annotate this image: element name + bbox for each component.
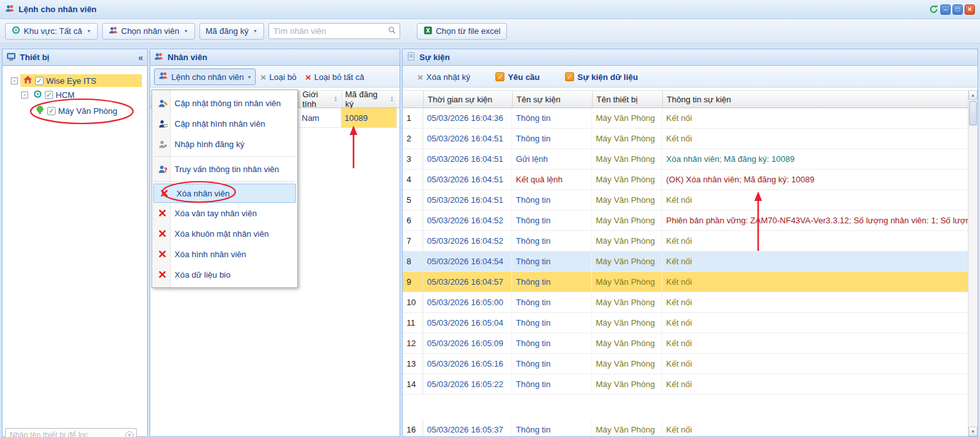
user-photo-icon	[156, 119, 169, 129]
tree-node-label: Máy Văn Phòng	[58, 106, 118, 116]
event-time-cell: 05/03/2026 16:04:52	[423, 211, 512, 230]
event-row[interactable]: 505/03/2026 16:04:51Thông tinMáy Văn Phò…	[403, 190, 968, 211]
checkbox-checked-icon[interactable]: ✓	[565, 72, 574, 81]
employee-command-button[interactable]: Lệnh cho nhân viên ▼	[154, 68, 256, 85]
event-info-cell: Kết nối	[662, 251, 968, 271]
clear-filter-icon[interactable]: ×	[125, 431, 134, 437]
events-panel-title: Sự kiện	[419, 52, 450, 62]
close-button[interactable]: ×	[965, 4, 975, 15]
column-header-reg-code[interactable]: Mã đăng ký ▲▼	[341, 91, 398, 107]
checkbox-checked-icon[interactable]: ✓	[495, 72, 504, 81]
menu-item[interactable]: Xóa nhân viên	[153, 184, 296, 203]
event-row[interactable]: 1405/03/2026 16:05:22Thông tinMáy Văn Ph…	[403, 374, 968, 395]
menu-item[interactable]: Cập nhật thông tin nhân viên	[152, 93, 297, 113]
search-field-selector-button[interactable]: Mã đăng ký ▼	[199, 23, 264, 40]
device-filter-input[interactable]	[8, 430, 125, 437]
tree-checkbox-checked[interactable]: ✓	[45, 91, 53, 99]
people-icon	[5, 4, 15, 15]
employee-command-menu: Cập nhật thông tin nhân viênCập nhật hìn…	[152, 90, 298, 288]
menu-item[interactable]: Xóa hình nhân viên	[152, 244, 297, 264]
event-time-cell: 05/03/2026 16:05:22	[423, 374, 512, 394]
select-employee-button[interactable]: Chọn nhân viên ▼	[102, 23, 195, 40]
menu-item[interactable]: Nhập hình đăng ký	[152, 134, 297, 154]
event-number-cell: 8	[403, 251, 423, 271]
scroll-up-button[interactable]: ▲	[968, 90, 977, 100]
menu-item-label: Xóa vân tay nhân viên	[175, 209, 257, 218]
event-row[interactable]: 905/03/2026 16:04:57Thông tinMáy Văn Phò…	[403, 272, 968, 292]
tree-node[interactable]: -✓HCM	[3, 88, 147, 102]
event-time-cell: 05/03/2026 16:04:57	[423, 272, 512, 292]
menu-item[interactable]: Cập nhật hình nhân viên	[152, 113, 297, 134]
event-device-cell: Máy Văn Phòng	[592, 149, 662, 169]
tree-node-content[interactable]: ✓Máy Văn Phòng	[33, 104, 120, 117]
column-header[interactable]: Tên sự kiện	[512, 91, 592, 107]
excel-import-button[interactable]: X Chọn từ file excel	[417, 23, 507, 40]
area-filter-button[interactable]: Khu vực: Tất cả ▼	[5, 23, 98, 40]
collapse-panel-button[interactable]: «	[138, 52, 143, 63]
column-header[interactable]: Thời gian sự kiện	[423, 91, 512, 107]
menu-item-label: Truy vấn thông tin nhân viên	[175, 164, 279, 174]
event-info-cell: Xóa nhân viên; Mã đăng ký: 10089	[662, 149, 968, 169]
remove-button[interactable]: × Loại bỏ	[256, 70, 300, 84]
event-device-cell: Máy Văn Phòng	[592, 108, 662, 128]
event-row[interactable]: 805/03/2026 16:04:54Thông tinMáy Văn Phò…	[403, 251, 968, 272]
menu-item[interactable]: Xóa khuôn mặt nhân viên	[152, 223, 297, 244]
event-number-cell: 4	[403, 170, 423, 189]
tree-checkbox-checked[interactable]: ✓	[35, 77, 43, 85]
chevron-down-icon: ▼	[184, 29, 189, 33]
request-checkbox[interactable]: ✓ Yêu cầu	[491, 70, 544, 84]
tree-checkbox-checked[interactable]: ✓	[47, 107, 56, 115]
tree-expander-icon[interactable]: -	[21, 91, 28, 99]
event-row[interactable]: 605/03/2026 16:04:52Thông tinMáy Văn Phò…	[403, 211, 968, 231]
clear-log-label: Xóa nhật ký	[426, 72, 471, 82]
event-number-cell: 10	[403, 292, 423, 312]
event-row[interactable]: 1205/03/2026 16:05:09Thông tinMáy Văn Ph…	[403, 333, 968, 354]
employee-gender-cell: Nam	[299, 108, 341, 127]
event-row[interactable]: 705/03/2026 16:04:52Thông tinMáy Văn Phò…	[403, 231, 968, 251]
event-name-cell: Thông tin	[512, 231, 592, 251]
scrollbar-thumb[interactable]	[969, 101, 977, 125]
column-header[interactable]: Tên thiết bị	[592, 91, 662, 107]
employee-search-input[interactable]	[272, 26, 387, 36]
event-time-cell: 05/03/2026 16:05:00	[423, 292, 512, 312]
event-row[interactable]: 1105/03/2026 16:05:04Thông tinMáy Văn Ph…	[403, 313, 968, 333]
event-info-cell: Kết nối	[662, 129, 968, 148]
column-header[interactable]: Thông tin sự kiện	[662, 91, 968, 107]
clear-log-button[interactable]: × Xóa nhật ký	[413, 70, 474, 84]
menu-item-label: Xóa nhân viên	[176, 189, 229, 198]
events-toolbar: × Xóa nhật ký ✓ Yêu cầu ✓ Sự kiện dữ liệ…	[403, 67, 977, 88]
event-row[interactable]: 305/03/2026 16:04:51Gửi lệnhMáy Văn Phòn…	[403, 149, 968, 170]
remove-all-button[interactable]: × Loại bỏ tất cả	[301, 70, 369, 84]
red-x-icon	[156, 270, 169, 279]
employees-panel-header: Nhân viên	[150, 49, 400, 66]
menu-item[interactable]: Xóa dữ liệu bio	[152, 264, 297, 285]
event-device-cell: Máy Văn Phòng	[592, 211, 662, 230]
event-row[interactable]: 205/03/2026 16:04:51Thông tinMáy Văn Phò…	[403, 129, 968, 149]
maximize-button[interactable]: □	[953, 4, 963, 15]
event-row[interactable]: 105/03/2026 16:04:36Thông tinMáy Văn Phò…	[403, 108, 968, 129]
event-row[interactable]: 1005/03/2026 16:05:00Thông tinMáy Văn Ph…	[403, 292, 968, 313]
tree-node-content[interactable]: ✓Wise Eye ITS	[20, 74, 142, 87]
event-device-cell: Máy Văn Phòng	[592, 420, 662, 436]
tree-expander-icon[interactable]: -	[11, 77, 18, 84]
event-row[interactable]: 405/03/2026 16:04:51Kết quả lệnhMáy Văn …	[403, 170, 968, 190]
tree-node[interactable]: -✓Wise Eye ITS	[3, 74, 147, 88]
red-x-icon	[156, 209, 169, 218]
event-info-cell: Kết nối	[662, 313, 968, 333]
tree-node-content[interactable]: ✓HCM	[31, 89, 77, 101]
data-events-checkbox-label: Sự kiện dữ liệu	[577, 72, 638, 82]
menu-item-label: Xóa hình nhân viên	[175, 250, 246, 259]
minimize-button[interactable]: –	[940, 4, 951, 15]
menu-item[interactable]: ?Truy vấn thông tin nhân viên	[152, 159, 297, 179]
data-events-checkbox[interactable]: ✓ Sự kiện dữ liệu	[561, 70, 642, 84]
document-icon	[407, 52, 416, 63]
tree-node[interactable]: ✓Máy Văn Phòng	[3, 102, 147, 120]
scroll-down-button[interactable]: ▼	[968, 427, 977, 436]
event-row[interactable]: 1305/03/2026 16:05:16Thông tinMáy Văn Ph…	[403, 354, 968, 374]
event-number-cell: 14	[403, 374, 423, 394]
menu-item[interactable]: Xóa vân tay nhân viên	[152, 203, 297, 223]
remove-label: Loại bỏ	[269, 72, 297, 82]
sync-button[interactable]	[928, 4, 938, 15]
column-header-gender[interactable]: Giới tính ▲▼	[299, 91, 341, 107]
event-row[interactable]: 1605/03/2026 16:05:37Thông tinMáy Văn Ph…	[403, 420, 968, 436]
